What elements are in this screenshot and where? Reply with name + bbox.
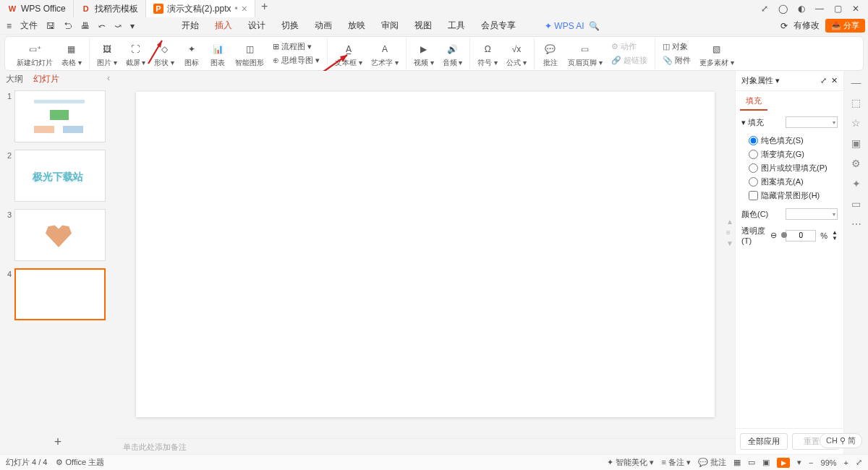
mindmap-link[interactable]: ⊕ 思维导图 ▾	[270, 54, 323, 67]
view-normal-icon[interactable]: ▦	[733, 458, 741, 467]
collapse-right-icon[interactable]: —	[851, 77, 861, 88]
theme-label[interactable]: ⚙ Office 主题	[47, 457, 113, 468]
pin-icon[interactable]: ⤢	[816, 76, 831, 85]
tab-start[interactable]: 开始	[174, 18, 206, 33]
fill-color-swatch[interactable]	[786, 116, 838, 128]
app-tab-templates[interactable]: D 找稻壳模板	[74, 0, 146, 17]
attachment-link[interactable]: 📎 附件	[660, 54, 694, 67]
flowchart-link[interactable]: ⊞ 流程图 ▾	[270, 40, 323, 53]
smartart-button[interactable]: ◫智能图形	[232, 40, 267, 69]
formula-button[interactable]: √x公式 ▾	[503, 40, 529, 69]
notes-toggle[interactable]: ≡ 备注 ▾	[662, 457, 692, 468]
tab-member[interactable]: 会员专享	[474, 18, 523, 33]
sidetool-settings-icon[interactable]: ⚙	[851, 158, 861, 169]
comment-toggle[interactable]: 💬 批注	[698, 457, 726, 468]
stepper-icon[interactable]: ▲▼	[832, 230, 838, 242]
color-picker[interactable]	[786, 208, 838, 220]
slideshow-button[interactable]: ▶	[777, 458, 790, 468]
qat-redo-icon[interactable]: ⤻	[111, 20, 125, 33]
screenshot-button[interactable]: ⛶截屏 ▾	[123, 40, 149, 69]
language-pill[interactable]: CH ⚲ 简	[820, 433, 862, 448]
close-tab-icon[interactable]: ×	[242, 3, 247, 14]
video-button[interactable]: ▶视频 ▾	[411, 40, 437, 69]
hide-bg-checkbox[interactable]: 隐藏背景图形(H)	[741, 189, 838, 202]
textbox-button[interactable]: A̲文本框 ▾	[332, 40, 365, 69]
headerfooter-button[interactable]: ▭页眉页脚 ▾	[565, 40, 605, 69]
changes-label[interactable]: 有修改	[793, 20, 820, 32]
sidetool-ai-icon[interactable]: ✦	[852, 178, 861, 189]
win-b-icon[interactable]: ◯	[778, 4, 788, 14]
picture-button[interactable]: 🖼图片 ▾	[94, 40, 120, 69]
action-link[interactable]: ⚙ 动作	[608, 40, 650, 53]
win-a-icon[interactable]: ⤢	[761, 4, 768, 14]
zoom-in-icon[interactable]: +	[844, 458, 848, 467]
tab-transition[interactable]: 切换	[274, 18, 306, 33]
scroll-indicator[interactable]: ▲≡▼	[726, 218, 733, 247]
slide-thumb-4[interactable]	[14, 268, 106, 320]
qat-undo-icon[interactable]: ⤺	[95, 20, 109, 33]
view-reading-icon[interactable]: ▣	[762, 458, 770, 467]
tab-review[interactable]: 审阅	[374, 18, 406, 33]
zoom-level[interactable]: 99%	[821, 458, 837, 467]
picture-fill-radio[interactable]: 图片或纹理填充(P)	[741, 161, 838, 175]
hyperlink-link[interactable]: 🔗 超链接	[608, 54, 650, 67]
tab-view[interactable]: 视图	[407, 18, 439, 33]
tab-insert[interactable]: 插入	[208, 18, 239, 33]
solid-fill-radio[interactable]: 纯色填充(S)	[741, 134, 838, 148]
share-button[interactable]: 📤 分享	[825, 19, 865, 33]
audio-button[interactable]: 🔊音频 ▾	[440, 40, 466, 69]
new-tab-button[interactable]: +	[255, 0, 273, 17]
comment-button[interactable]: 💬批注	[539, 40, 562, 69]
zoom-out-icon[interactable]: −	[809, 458, 813, 467]
gradient-fill-radio[interactable]: 渐变填充(G)	[741, 148, 838, 161]
sidetool-page-icon[interactable]: ▭	[851, 198, 861, 210]
tab-slideshow[interactable]: 放映	[341, 18, 373, 33]
minimize-icon[interactable]: —	[815, 4, 824, 14]
beautify-button[interactable]: ✦ 智能美化 ▾	[607, 457, 654, 468]
more-assets-button[interactable]: ▧更多素材 ▾	[697, 40, 737, 69]
hamburger-icon[interactable]: ≡	[3, 20, 15, 33]
add-slide-button[interactable]: +	[0, 430, 116, 454]
chart-button[interactable]: 📊图表	[206, 40, 229, 69]
notes-pane[interactable]: 单击此处添加备注	[116, 438, 735, 454]
sidetool-layers-icon[interactable]: ▣	[851, 137, 861, 149]
collapse-icon[interactable]: ‹	[107, 73, 110, 85]
search-icon[interactable]: 🔍	[584, 21, 604, 31]
qat-print-icon[interactable]: 🖶	[77, 20, 93, 33]
shape-button[interactable]: ◇形状 ▾	[151, 40, 177, 69]
app-tab-document[interactable]: P 演示文稿(2).pptx • ×	[146, 0, 255, 17]
wordart-button[interactable]: A艺术字 ▾	[368, 40, 401, 69]
close-window-icon[interactable]: ✕	[852, 4, 859, 14]
symbol-button[interactable]: Ω符号 ▾	[475, 40, 501, 69]
outline-tab[interactable]: 大纲	[6, 73, 23, 85]
apply-all-button[interactable]: 全部应用	[740, 433, 788, 450]
wps-ai-button[interactable]: ✦ WPS AI	[545, 21, 584, 31]
opacity-input[interactable]	[786, 230, 816, 242]
sidetool-select-icon[interactable]: ⬚	[851, 97, 861, 108]
slide-thumb-2[interactable]: 极光下载站	[14, 150, 106, 202]
tab-tools[interactable]: 工具	[441, 18, 472, 33]
fill-tab[interactable]: 填充	[740, 93, 767, 111]
slide-thumb-1[interactable]	[14, 90, 106, 142]
new-slide-button[interactable]: ▭⁺新建幻灯片	[14, 40, 56, 69]
tab-animation[interactable]: 动画	[307, 18, 339, 33]
pattern-fill-radio[interactable]: 图案填充(A)	[741, 175, 838, 189]
maximize-icon[interactable]: ▢	[834, 4, 842, 14]
sidetool-star-icon[interactable]: ☆	[851, 117, 861, 129]
win-c-icon[interactable]: ◐	[798, 4, 805, 14]
close-panel-icon[interactable]: ✕	[831, 76, 838, 85]
icon-button[interactable]: ✦图标	[180, 40, 203, 69]
slide-canvas[interactable]	[136, 92, 715, 417]
tab-design[interactable]: 设计	[241, 18, 273, 33]
slides-tab[interactable]: 幻灯片	[33, 73, 59, 85]
qat-export-icon[interactable]: ⮌	[60, 20, 76, 33]
table-button[interactable]: ▦表格 ▾	[59, 40, 85, 69]
qat-save-icon[interactable]: 🖫	[43, 20, 59, 33]
app-tab-wps[interactable]: W WPS Office	[0, 0, 74, 17]
sync-icon[interactable]: ⟳	[780, 21, 788, 31]
qat-more-icon[interactable]: ▾	[127, 20, 138, 33]
sidetool-more-icon[interactable]: ⋯	[851, 218, 861, 230]
slide-thumb-3[interactable]	[14, 209, 106, 261]
view-sorter-icon[interactable]: ▭	[748, 458, 755, 467]
object-link[interactable]: ◫ 对象	[660, 40, 694, 53]
